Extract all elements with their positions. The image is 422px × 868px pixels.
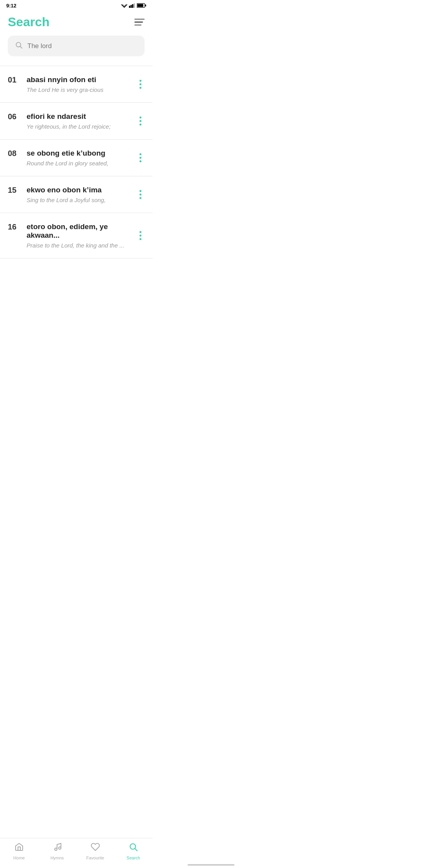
search-icon [15,41,23,51]
more-button[interactable] [136,188,145,201]
status-time: 9:12 [6,3,16,9]
list-item[interactable]: 15 ekwo eno obon k’ima Sing to the Lord … [0,176,152,213]
svg-rect-5 [134,4,135,8]
more-button[interactable] [136,78,145,90]
hymn-title: abasi nnyin ofon eti [27,75,104,84]
list-item[interactable]: 08 se obong etie k’ubong Round the Lord … [0,140,152,176]
hymn-title: efiori ke ndaresit [27,112,111,121]
more-button[interactable] [136,115,145,127]
search-input[interactable] [27,42,138,50]
hymn-text: abasi nnyin ofon eti The Lord He is very… [27,75,104,93]
hymn-number: 08 [8,149,20,158]
hymn-subtitle: The Lord He is very gra-cious [27,86,104,93]
hymn-text: se obong etie k’ubong Round the Lord in … [27,149,108,167]
hymn-content: 06 efiori ke ndaresit Ye righteous, in t… [8,112,136,130]
status-bar: 9:12 [0,0,152,11]
svg-rect-7 [145,4,146,6]
hymn-text: ekwo eno obon k’ima Sing to the Lord a J… [27,186,106,203]
hymn-subtitle: Praise to the Lord, the king and the ... [27,242,136,249]
more-button[interactable] [136,230,145,242]
hymn-number: 06 [8,112,20,121]
svg-rect-4 [132,4,133,8]
list-item[interactable]: 06 efiori ke ndaresit Ye righteous, in t… [0,103,152,140]
hymn-content: 16 etoro obon, edidem, ye akwaan... Prai… [8,222,136,249]
header: Search [0,11,152,36]
page-title: Search [8,15,50,29]
hymn-number: 15 [8,186,20,195]
hymn-content: 15 ekwo eno obon k’ima Sing to the Lord … [8,186,136,203]
menu-button[interactable] [134,19,145,26]
hymn-text: etoro obon, edidem, ye akwaan... Praise … [27,222,136,249]
list-item[interactable]: 16 etoro obon, edidem, ye akwaan... Prai… [0,213,152,258]
hymn-title: se obong etie k’ubong [27,149,108,158]
wifi-icon [121,3,127,8]
hymn-subtitle: Sing to the Lord a Joyful song, [27,197,106,203]
hymn-number: 01 [8,75,20,84]
svg-rect-8 [137,4,143,7]
battery-icon [137,3,146,8]
search-bar[interactable] [8,36,145,56]
search-bar-container [0,36,152,66]
hymn-title: etoro obon, edidem, ye akwaan... [27,222,136,240]
svg-rect-2 [129,6,130,8]
more-button[interactable] [136,152,145,164]
hymn-number: 16 [8,222,20,231]
hymn-text: efiori ke ndaresit Ye righteous, in the … [27,112,111,130]
hymn-title: ekwo eno obon k’ima [27,186,106,194]
hymn-content: 08 se obong etie k’ubong Round the Lord … [8,149,136,167]
results-list: 01 abasi nnyin ofon eti The Lord He is v… [0,66,152,258]
hymn-subtitle: Round the Lord in glory seated, [27,160,108,167]
svg-rect-3 [131,5,132,8]
hymn-content: 01 abasi nnyin ofon eti The Lord He is v… [8,75,136,93]
status-icons [121,3,146,8]
svg-line-10 [20,47,22,48]
signal-icon [129,3,135,8]
list-item[interactable]: 01 abasi nnyin ofon eti The Lord He is v… [0,66,152,103]
hymn-subtitle: Ye righteous, in the Lord rejoice; [27,123,111,130]
